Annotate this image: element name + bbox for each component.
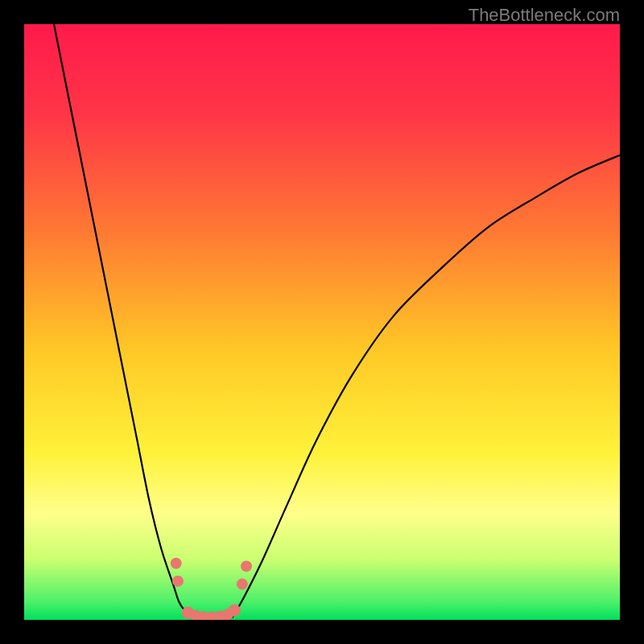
watermark-text: TheBottleneck.com (469, 5, 620, 26)
plot-area (24, 24, 620, 620)
floor-dot (171, 558, 182, 569)
chart-canvas (24, 24, 620, 620)
floor-dot (237, 579, 248, 590)
floor-dot (172, 576, 184, 587)
floor-dot (241, 560, 252, 572)
chart-frame: TheBottleneck.com (0, 0, 644, 644)
floor-dot (229, 604, 241, 616)
